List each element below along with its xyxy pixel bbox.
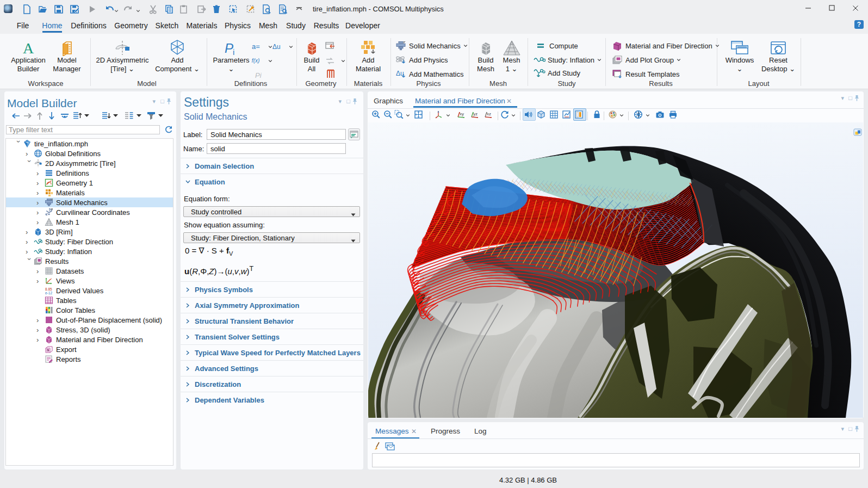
svg-text:8.85: 8.85: [45, 287, 52, 291]
svg-text:a=: a=: [252, 43, 260, 51]
svg-text:P: P: [225, 41, 233, 55]
svg-text:Pi: Pi: [255, 71, 262, 79]
svg-text:Δu: Δu: [272, 43, 281, 51]
svg-text:yz: yz: [473, 112, 478, 116]
svg-text:f(x): f(x): [252, 58, 260, 64]
svg-text:xy: xy: [460, 112, 464, 116]
svg-text:e-12: e-12: [45, 291, 52, 295]
svg-text:A: A: [23, 41, 34, 56]
svg-text:xz: xz: [487, 112, 491, 116]
svg-text:i: i: [233, 47, 234, 56]
